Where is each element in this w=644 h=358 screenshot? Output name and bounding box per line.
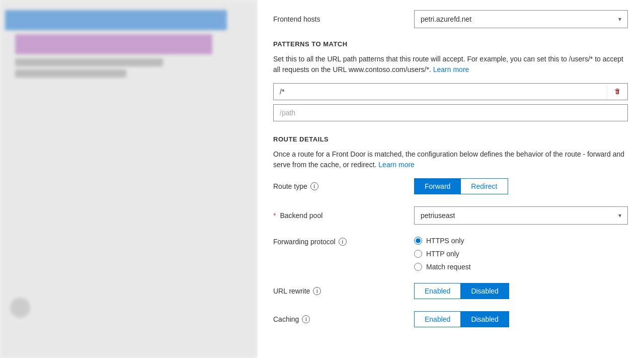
radio-http-only[interactable]: HTTP only: [414, 250, 628, 258]
caching-row: Caching i Enabled Disabled: [273, 311, 628, 327]
route-type-toggle-group: Forward Redirect: [414, 178, 628, 194]
radio-https-only[interactable]: HTTPS only: [414, 237, 628, 245]
backend-pool-row: * Backend pool petriuseast ▾: [273, 206, 628, 225]
route-type-control: Forward Redirect: [414, 178, 628, 194]
caching-disabled-button[interactable]: Disabled: [460, 311, 509, 327]
route-details-learn-more-link[interactable]: Learn more: [378, 161, 415, 169]
frontend-hosts-label: Frontend hosts: [273, 15, 414, 23]
url-rewrite-control: Enabled Disabled: [414, 283, 628, 299]
frontend-hosts-row: Frontend hosts petri.azurefd.net ▾: [273, 10, 628, 28]
backend-pool-dropdown-arrow: ▾: [618, 212, 621, 219]
url-rewrite-disabled-button[interactable]: Disabled: [460, 283, 509, 299]
frontend-hosts-control: petri.azurefd.net ▾: [414, 10, 628, 28]
patterns-description: Set this to all the URL path patterns th…: [273, 54, 628, 75]
backend-pool-label: * Backend pool: [273, 211, 414, 220]
url-rewrite-toggle-group: Enabled Disabled: [414, 283, 628, 299]
frontend-hosts-dropdown[interactable]: petri.azurefd.net ▾: [414, 10, 628, 28]
route-details-section: ROUTE DETAILS Once a route for a Front D…: [273, 135, 628, 327]
backend-pool-required-star: *: [273, 211, 276, 220]
radio-https-only-input[interactable]: [414, 237, 422, 245]
forwarding-protocol-row: Forwarding protocol i HTTPS only HTTP on…: [273, 237, 628, 271]
route-type-row: Route type i Forward Redirect: [273, 178, 628, 194]
caching-control: Enabled Disabled: [414, 311, 628, 327]
backend-pool-dropdown[interactable]: petriuseast ▾: [414, 206, 628, 225]
patterns-section: PATTERNS TO MATCH Set this to all the UR…: [273, 40, 628, 133]
right-panel: Frontend hosts petri.azurefd.net ▾ PATTE…: [257, 0, 644, 358]
forwarding-protocol-info-icon: i: [339, 238, 347, 246]
caching-toggle-group: Enabled Disabled: [414, 311, 628, 327]
patterns-learn-more-link[interactable]: Learn more: [433, 65, 469, 74]
radio-match-request[interactable]: Match request: [414, 263, 628, 271]
caching-label: Caching i: [273, 315, 414, 323]
backend-pool-control: petriuseast ▾: [414, 206, 628, 225]
pattern-value: /*: [274, 84, 607, 100]
route-type-forward-button[interactable]: Forward: [414, 178, 460, 194]
forwarding-protocol-radio-group: HTTPS only HTTP only Match request: [414, 237, 628, 271]
route-details-description: Once a route for a Front Door is matched…: [273, 149, 628, 170]
radio-match-request-input[interactable]: [414, 263, 422, 271]
url-rewrite-label: URL rewrite i: [273, 287, 414, 295]
radio-http-only-input[interactable]: [414, 250, 422, 258]
url-rewrite-enabled-button[interactable]: Enabled: [414, 283, 460, 299]
forwarding-protocol-label: Forwarding protocol i: [273, 237, 414, 246]
forwarding-protocol-control: HTTPS only HTTP only Match request: [414, 237, 628, 271]
pattern-delete-button[interactable]: [607, 84, 627, 100]
caching-enabled-button[interactable]: Enabled: [414, 311, 460, 327]
radio-http-only-label: HTTP only: [426, 250, 459, 258]
frontend-hosts-dropdown-arrow: ▾: [618, 16, 621, 23]
route-type-redirect-button[interactable]: Redirect: [460, 178, 508, 194]
left-blurred-panel: [0, 0, 257, 358]
route-type-info-icon: i: [310, 182, 318, 190]
path-input[interactable]: [273, 104, 628, 121]
route-type-label: Route type i: [273, 182, 414, 190]
route-details-header: ROUTE DETAILS: [273, 135, 628, 143]
pattern-item-row: /*: [273, 83, 628, 100]
caching-info-icon: i: [302, 315, 310, 323]
radio-match-request-label: Match request: [426, 263, 471, 271]
url-rewrite-row: URL rewrite i Enabled Disabled: [273, 283, 628, 299]
url-rewrite-info-icon: i: [313, 287, 321, 295]
patterns-section-header: PATTERNS TO MATCH: [273, 40, 628, 48]
radio-https-only-label: HTTPS only: [426, 237, 464, 245]
